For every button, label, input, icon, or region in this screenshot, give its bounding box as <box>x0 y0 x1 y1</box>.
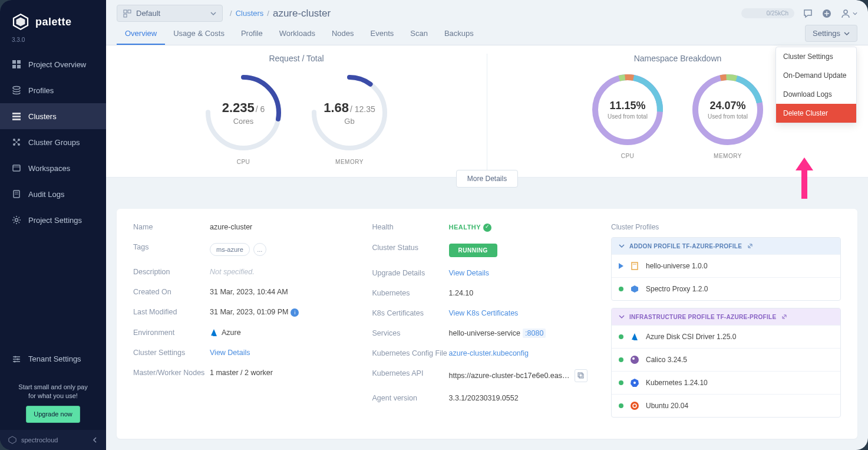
tab-backups[interactable]: Backups <box>436 22 482 45</box>
settings-menu-cluster-settings[interactable]: Cluster Settings <box>776 47 856 66</box>
k8s-certs-link[interactable]: View K8s Certificates <box>449 309 588 317</box>
svg-rect-45 <box>578 373 582 377</box>
svg-point-6 <box>13 87 20 90</box>
svg-rect-44 <box>579 374 583 378</box>
credits-badge: 0/25kCh <box>741 8 794 18</box>
nav-label: Project Settings <box>28 216 82 225</box>
nav-project-overview[interactable]: Project Overview <box>0 51 106 77</box>
nav-workspaces[interactable]: Workspaces <box>0 155 106 181</box>
nav-tenant-settings[interactable]: Tenant Settings <box>0 346 106 372</box>
memory-used-pct: 24.07% <box>709 100 745 112</box>
cpu-gauge-label: CPU <box>237 159 250 165</box>
service-port-link[interactable]: :8080 <box>523 329 546 338</box>
layer-name: Ubuntu 20.04 <box>646 402 688 410</box>
nav-audit-logs[interactable]: Audit Logs <box>0 181 106 207</box>
field-label-agent: Agent version <box>372 394 449 402</box>
cluster-profiles-title: Cluster Profiles <box>611 223 841 231</box>
cpu-request-value: 2.235 <box>222 100 255 116</box>
copy-button[interactable] <box>575 369 588 382</box>
settings-label: Settings <box>813 29 840 38</box>
chevron-down-icon <box>853 11 857 16</box>
field-label-tags: Tags <box>133 243 210 251</box>
tabs-row: Overview Usage & Costs Profile Workloads… <box>106 22 868 45</box>
infra-profile-title: INFRASTRUCTURE PROFILE TF-AZURE-PROFILE <box>629 314 776 320</box>
field-label-cluster-settings: Cluster Settings <box>133 349 210 357</box>
settings-menu-on-demand-update[interactable]: On-Demand Update <box>776 66 856 85</box>
field-label-certs: K8s Certificates <box>372 309 449 317</box>
brand-logo: palette <box>0 5 106 34</box>
cluster-settings-link[interactable]: View Details <box>210 349 349 357</box>
infra-profile-header[interactable]: INFRASTRUCTURE PROFILE TF-AZURE-PROFILE <box>612 308 840 325</box>
upgrade-button[interactable]: Upgrade now <box>26 406 80 423</box>
layer-row[interactable]: hello-universe 1.0.0 <box>612 254 840 277</box>
health-check-icon <box>483 224 491 232</box>
field-label-created: Created On <box>133 288 210 296</box>
group-icon <box>12 137 21 147</box>
footer-text: spectrocloud <box>21 436 58 444</box>
log-icon <box>12 189 21 199</box>
layer-row[interactable]: Ubuntu 20.04 <box>612 394 840 417</box>
chat-icon[interactable] <box>803 8 813 19</box>
settings-menu-delete-cluster[interactable]: Delete Cluster <box>776 104 856 123</box>
breadcrumb-parent[interactable]: Clusters <box>236 9 264 18</box>
field-value-created: 31 Mar, 2023, 10:44 AM <box>210 288 349 296</box>
tab-overview[interactable]: Overview <box>117 22 165 45</box>
field-label-status: Cluster Status <box>372 244 449 252</box>
svg-rect-7 <box>12 113 21 114</box>
nav-cluster-groups[interactable]: Cluster Groups <box>0 129 106 155</box>
kubeconfig-link[interactable]: azure-cluster.kubeconfig <box>449 349 588 357</box>
memory-gauge: 1.68 / 12.35 Gb MEMORY <box>308 71 391 165</box>
svg-rect-3 <box>17 60 21 64</box>
tag-more-button[interactable]: ... <box>253 243 266 256</box>
tab-profile[interactable]: Profile <box>233 22 271 45</box>
field-value-name: azure-cluster <box>210 223 349 231</box>
version-text: 3.3.0 <box>0 34 106 51</box>
nav-clusters[interactable]: Clusters <box>0 103 106 129</box>
chevron-left-icon[interactable] <box>92 437 98 443</box>
link-icon[interactable] <box>781 313 788 320</box>
breadcrumb-current: azure-cluster <box>273 8 331 19</box>
memory-total-value: 12.35 <box>355 104 375 114</box>
cpu-donut-label: CPU <box>621 153 635 159</box>
chevron-down-icon <box>619 243 625 249</box>
tag-chip[interactable]: ms-azure <box>210 243 250 256</box>
status-dot-icon <box>619 287 623 291</box>
nav-project-settings[interactable]: Project Settings <box>0 207 106 233</box>
tab-workloads[interactable]: Workloads <box>271 22 324 45</box>
field-label-description: Description <box>133 268 210 276</box>
upgrade-details-link[interactable]: View Details <box>449 269 588 277</box>
promo-text: Start small and only pay <box>9 383 97 392</box>
scope-selector[interactable]: Default <box>117 5 223 22</box>
layer-row[interactable]: Calico 3.24.5 <box>612 348 840 371</box>
infra-profile-box: INFRASTRUCTURE PROFILE TF-AZURE-PROFILE … <box>611 308 841 418</box>
tab-scan[interactable]: Scan <box>402 22 436 45</box>
svg-point-25 <box>14 360 16 362</box>
field-label-nodes: Master/Worker Nodes <box>133 369 210 377</box>
layer-row[interactable]: Azure Disk CSI Driver 1.25.0 <box>612 325 840 348</box>
more-details-button[interactable]: More Details <box>456 170 518 188</box>
addon-profile-header[interactable]: ADDON PROFILE TF-AZURE-PROFILE <box>612 238 840 254</box>
layer-name: Calico 3.24.5 <box>646 356 687 364</box>
tab-nodes[interactable]: Nodes <box>324 22 362 45</box>
brand-name: palette <box>35 16 72 28</box>
azure-icon <box>629 331 640 342</box>
user-icon <box>840 8 851 19</box>
api-url: https://azure-cluster-bc17e6e0.eastus.cl… <box>449 372 570 380</box>
settings-dropdown[interactable]: Settings Cluster Settings On-Demand Upda… <box>805 25 857 42</box>
details-card: Nameazure-cluster Tagsms-azure... Descri… <box>117 209 857 439</box>
tab-events[interactable]: Events <box>362 22 402 45</box>
plus-circle-icon[interactable] <box>821 8 832 19</box>
gear-icon <box>12 215 21 225</box>
link-icon[interactable] <box>747 242 754 249</box>
cpu-gauge: 2.235 / 6 Cores CPU <box>202 71 285 165</box>
info-icon[interactable]: i <box>291 308 299 317</box>
layer-row[interactable]: Spectro Proxy 1.2.0 <box>612 277 840 300</box>
user-menu[interactable] <box>840 8 857 19</box>
workspace-icon <box>12 163 21 173</box>
layer-row[interactable]: Kubernetes 1.24.10 <box>612 371 840 394</box>
addon-profile-title: ADDON PROFILE TF-AZURE-PROFILE <box>629 243 742 249</box>
settings-menu-download-logs[interactable]: Download Logs <box>776 85 856 104</box>
tab-usage-costs[interactable]: Usage & Costs <box>165 22 233 45</box>
pack-icon <box>629 284 640 294</box>
nav-profiles[interactable]: Profiles <box>0 77 106 103</box>
